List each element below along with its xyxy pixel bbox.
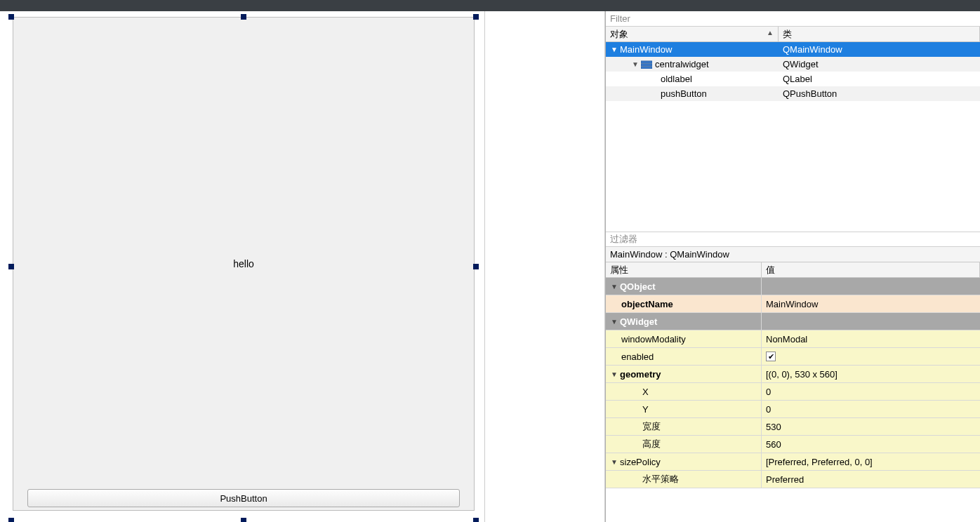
group-label: QWidget [620, 316, 657, 327]
property-value[interactable]: 0 [762, 383, 980, 400]
property-row[interactable]: 水平策略 Preferred [606, 471, 980, 488]
label-widget[interactable]: hello [230, 257, 257, 271]
resize-handle-top-right[interactable] [473, 14, 479, 20]
property-title: MainWindow : QMainWindow [606, 247, 980, 262]
property-row[interactable]: 宽度 530 [606, 418, 980, 436]
main-layout: hello PushButton Filter 对象 ▲ 类 [0, 11, 980, 522]
tree-row-pushbutton[interactable]: pushButton QPushButton [606, 86, 980, 101]
property-row[interactable]: windowModality NonModal [606, 330, 980, 348]
tree-row-centralwidget[interactable]: ▼ centralwidget QWidget [606, 57, 980, 72]
property-name: windowModality [606, 330, 762, 347]
property-name: Y [606, 401, 762, 417]
tree-item-class: QPushButton [779, 88, 980, 99]
disclosure-triangle-icon[interactable]: ▼ [610, 46, 618, 54]
chevron-down-icon[interactable]: ▼ [610, 458, 618, 466]
tree-item-label: oldlabel [661, 74, 692, 84]
property-name: objectName [606, 295, 762, 312]
property-name: sizePolicy [620, 457, 661, 467]
resize-handle-top-middle[interactable] [241, 14, 246, 20]
property-value[interactable]: 0 [762, 401, 980, 417]
property-value[interactable]: 530 [762, 418, 980, 435]
sort-indicator-up-icon: ▲ [767, 29, 774, 36]
property-name: 宽度 [606, 418, 762, 435]
tree-item-label: pushButton [661, 88, 707, 99]
tree-item-label: MainWindow [620, 44, 672, 55]
tree-item-class: QMainWindow [779, 44, 980, 55]
design-canvas-pane: hello PushButton [0, 11, 484, 522]
chevron-down-icon[interactable]: ▼ [610, 370, 618, 378]
property-name: 水平策略 [606, 471, 762, 488]
object-tree[interactable]: ▼ MainWindow QMainWindow ▼ centralwidget… [606, 42, 980, 232]
group-label: QObject [620, 281, 656, 292]
property-value[interactable]: [(0, 0), 530 x 560] [762, 366, 980, 382]
property-grid[interactable]: ▼QObject objectName MainWindow ▼QWidget … [606, 278, 980, 522]
top-toolbar-strip [0, 0, 980, 11]
resize-handle-bottom-middle[interactable] [241, 518, 246, 522]
object-tree-header: 对象 ▲ 类 [606, 27, 980, 42]
object-tree-filter[interactable]: Filter [606, 11, 980, 27]
tree-row-mainwindow[interactable]: ▼ MainWindow QMainWindow [606, 42, 980, 57]
property-value[interactable]: NonModal [762, 330, 980, 347]
property-name: X [606, 383, 762, 400]
svg-rect-2 [641, 67, 652, 69]
resize-handle-bottom-right[interactable] [473, 518, 479, 522]
svg-rect-0 [641, 61, 652, 63]
property-row[interactable]: objectName MainWindow [606, 295, 980, 313]
property-value[interactable]: MainWindow [762, 295, 980, 312]
property-value[interactable]: ✔ [762, 348, 980, 365]
property-value-header[interactable]: 值 [762, 262, 980, 277]
form-preview[interactable]: hello PushButton [13, 17, 475, 511]
center-empty-pane [484, 11, 605, 522]
disclosure-triangle-icon[interactable]: ▼ [631, 60, 640, 69]
property-name: 高度 [606, 436, 762, 453]
property-row[interactable]: enabled ✔ [606, 348, 980, 366]
group-qwidget[interactable]: ▼QWidget [606, 313, 980, 330]
class-header-label: 类 [783, 28, 792, 41]
svg-rect-1 [641, 64, 652, 66]
chevron-down-icon: ▼ [610, 283, 618, 290]
chevron-down-icon: ▼ [610, 318, 618, 326]
group-qobject[interactable]: ▼QObject [606, 278, 980, 295]
checkbox-checked-icon[interactable]: ✔ [766, 352, 776, 361]
inspector-pane: Filter 对象 ▲ 类 ▼ MainWindow QMainWindow [605, 11, 980, 522]
pushbutton-widget[interactable]: PushButton [27, 489, 460, 507]
tree-item-class: QWidget [779, 59, 980, 69]
property-header: 属性 值 [606, 262, 980, 278]
property-value[interactable]: [Preferred, Preferred, 0, 0] [762, 453, 980, 470]
object-header-label: 对象 [610, 28, 628, 41]
property-row[interactable]: 高度 560 [606, 436, 980, 453]
property-row[interactable]: Y 0 [606, 401, 980, 418]
property-name: geometry [620, 369, 661, 380]
resize-handle-bottom-left[interactable] [8, 518, 14, 522]
property-row[interactable]: X 0 [606, 383, 980, 401]
resize-handle-top-left[interactable] [8, 14, 14, 20]
class-column-header[interactable]: 类 [779, 27, 980, 41]
property-name: enabled [606, 348, 762, 365]
tree-row-oldlabel[interactable]: oldlabel QLabel [606, 72, 980, 86]
property-value[interactable]: 560 [762, 436, 980, 453]
tree-item-label: centralwidget [655, 59, 709, 69]
property-name-header[interactable]: 属性 [606, 262, 762, 277]
property-row[interactable]: ▼geometry [(0, 0), 530 x 560] [606, 366, 980, 383]
resize-handle-middle-right[interactable] [473, 264, 479, 269]
resize-handle-middle-left[interactable] [8, 264, 14, 269]
design-canvas[interactable]: hello PushButton [8, 15, 479, 518]
property-value[interactable]: Preferred [762, 471, 980, 488]
tree-item-class: QLabel [779, 74, 980, 84]
property-filter[interactable]: 过滤器 [606, 232, 980, 247]
widget-icon [641, 60, 652, 69]
property-row[interactable]: ▼sizePolicy [Preferred, Preferred, 0, 0] [606, 453, 980, 471]
object-column-header[interactable]: 对象 ▲ [606, 27, 779, 41]
